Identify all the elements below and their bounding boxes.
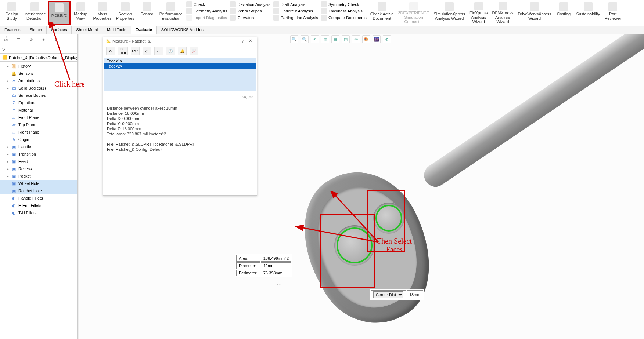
section-props-button[interactable]: Section Properties: [114, 1, 137, 25]
projected-icon[interactable]: ▭: [154, 47, 163, 55]
sustain-icon: [584, 2, 593, 11]
compare-button[interactable]: Compare Documents: [321, 15, 367, 21]
xyz-toggle[interactable]: XYZ: [131, 47, 140, 55]
history-icon[interactable]: 🕑: [166, 47, 175, 55]
perf-eval-button[interactable]: Performance Evaluation: [157, 1, 185, 25]
3dexp-button[interactable]: 3DEXPERIENCE Simulation Connector: [396, 1, 431, 25]
interference-button[interactable]: Interference Detection: [22, 1, 48, 25]
tree-mat[interactable]: ≡Material: [0, 106, 77, 114]
active-doc-button[interactable]: Check Active Document: [368, 1, 396, 25]
wheel-icon: ▣: [11, 181, 17, 186]
drivex-button[interactable]: DriveWorksXpress Wizard: [516, 1, 554, 25]
point2point-icon[interactable]: ◇: [143, 47, 151, 55]
mass-props-button[interactable]: Mass Properties: [91, 1, 114, 25]
design-study-button[interactable]: Design Study: [1, 1, 22, 25]
partrev-button[interactable]: Part Reviewer: [602, 1, 623, 25]
callout-collapse-icon[interactable]: ︿: [277, 281, 281, 287]
flox-button[interactable]: FloXpress Analysis Wizard: [467, 1, 490, 25]
prev-view-icon[interactable]: ↶: [311, 35, 319, 43]
tab-sheet-metal[interactable]: Sheet Metal: [72, 26, 102, 34]
dfmx-button[interactable]: DFMXpress Analysis Wizard: [490, 1, 516, 25]
top-icon: ▱: [11, 122, 17, 128]
zebra-button[interactable]: Zebra Stripes: [230, 8, 270, 14]
tree-hend[interactable]: ◐H End Fillets: [0, 202, 77, 209]
measure-results: Distance between cylinder axes: 18mmDist…: [103, 103, 257, 155]
tree-origin[interactable]: ↳Origin: [0, 136, 77, 143]
tree-right[interactable]: ▱Right Plane: [0, 128, 77, 136]
tree-wheel[interactable]: ▣Wheel Hole: [0, 180, 77, 187]
help-button[interactable]: ?: [239, 39, 247, 43]
appearance-icon[interactable]: 🎨: [362, 35, 370, 43]
sensor-create-icon[interactable]: 🔔: [178, 47, 187, 55]
parting-button[interactable]: Parting Line Analysis: [273, 15, 318, 21]
active-doc-icon: [378, 2, 386, 11]
tab-features[interactable]: Features: [0, 26, 25, 34]
units-button[interactable]: in mm: [118, 47, 128, 55]
tree-trans[interactable]: ▸▣Transition: [0, 150, 77, 158]
hfill-icon: ◐: [11, 195, 17, 201]
markup-button[interactable]: Markup View: [71, 1, 91, 25]
tree-front[interactable]: ▱Front Plane: [0, 114, 77, 121]
import-button[interactable]: Import Diagnostics: [186, 15, 227, 21]
geom-button[interactable]: Geometry Analysis: [186, 8, 227, 14]
sym-icon: [321, 1, 327, 7]
property-tab[interactable]: ☰: [12, 34, 25, 45]
tree-ratchet[interactable]: ▣Ratchet Hole: [0, 187, 77, 194]
markup-icon: [76, 2, 85, 11]
tree-eq[interactable]: ΣEquations: [0, 99, 77, 106]
sensor-button[interactable]: Sensor: [137, 1, 157, 25]
undercut-button[interactable]: Undercut Analysis: [273, 8, 318, 14]
selection-face2[interactable]: Face<2>: [104, 63, 256, 69]
font-decrease-icon[interactable]: Aᴬ: [249, 95, 253, 100]
panel-next-icon[interactable]: ›: [0, 34, 12, 39]
head-icon: ▣: [11, 158, 17, 164]
measure-titlebar[interactable]: 📐 Measure - Ratchet_& ? ✕: [103, 37, 257, 45]
sustain-button[interactable]: Sustainability: [574, 1, 602, 25]
selection-list[interactable]: Face<1> Face<2>: [104, 58, 256, 91]
config-tab[interactable]: ⚙: [25, 34, 37, 45]
zoom-area-icon[interactable]: 🔍: [301, 35, 309, 43]
view-settings-icon[interactable]: ⚙: [383, 35, 391, 43]
tab-solidworks-add-ins[interactable]: SOLIDWORKS Add-Ins: [157, 26, 208, 34]
draft-button[interactable]: Draft Analysis: [273, 1, 318, 7]
tree-top[interactable]: ▱Top Plane: [0, 121, 77, 128]
tree-hfill[interactable]: ◐Handle Fillets: [0, 194, 77, 202]
simx-button[interactable]: SimulationXpress Analysis Wizard: [431, 1, 467, 25]
zebra-icon: [230, 8, 236, 14]
thick-button[interactable]: Thickness Analysis: [321, 8, 367, 14]
tree-pocket[interactable]: ▸▣Pocket: [0, 172, 77, 180]
tab-mold-tools[interactable]: Mold Tools: [102, 26, 131, 34]
tab-evaluate[interactable]: Evaluate: [131, 26, 157, 34]
tree-head[interactable]: ▸▣Head: [0, 158, 77, 165]
display-style-icon[interactable]: ◳: [342, 35, 350, 43]
tab-sketch[interactable]: Sketch: [25, 26, 47, 34]
check-button[interactable]: Check: [186, 1, 227, 7]
eq-icon: Σ: [11, 100, 17, 106]
costing-button[interactable]: Costing: [553, 1, 574, 25]
tree-handle[interactable]: ▸▣Handle: [0, 143, 77, 150]
close-button[interactable]: ✕: [247, 39, 254, 43]
measure-button[interactable]: Measure: [48, 1, 71, 25]
measure-icon: 📐: [106, 39, 111, 43]
hide-show-icon[interactable]: 👁: [352, 35, 360, 43]
section-view-icon[interactable]: ▥: [321, 35, 329, 43]
measure-title-text: Measure - Ratchet_&: [112, 39, 151, 43]
center-dist-dropdown[interactable]: Center Dist: [373, 291, 403, 298]
arc-options-icon[interactable]: ⭘: [106, 47, 115, 55]
font-increase-icon[interactable]: ᴬA: [242, 95, 246, 100]
measure-window[interactable]: 📐 Measure - Ratchet_& ? ✕ ⭘ in mm XYZ ◇ …: [103, 37, 257, 196]
tree-recess[interactable]: ▸▣Recess: [0, 165, 77, 172]
chart-icon[interactable]: 📈: [190, 47, 198, 55]
tree-thfill[interactable]: ◐T-H Fillets: [0, 209, 77, 216]
dev-button[interactable]: Deviation Analysis: [230, 1, 270, 7]
zoom-fit-icon[interactable]: 🔍: [290, 35, 298, 43]
selection-face1[interactable]: Face<1>: [104, 58, 256, 63]
scene-icon[interactable]: 🌆: [373, 35, 381, 43]
curv-icon: [230, 15, 236, 21]
view-orient-icon[interactable]: ▦: [331, 35, 339, 43]
measure-callout-dims: Area:188.496mm^2 Diameter:12mm Perimeter…: [235, 254, 292, 277]
curv-button[interactable]: Curvature: [230, 15, 270, 21]
tree-surf[interactable]: 🗀Surface Bodies: [0, 92, 77, 99]
ribbon: Design StudyInterference DetectionMeasur…: [0, 0, 644, 26]
sym-button[interactable]: Symmetry Check: [321, 1, 367, 7]
